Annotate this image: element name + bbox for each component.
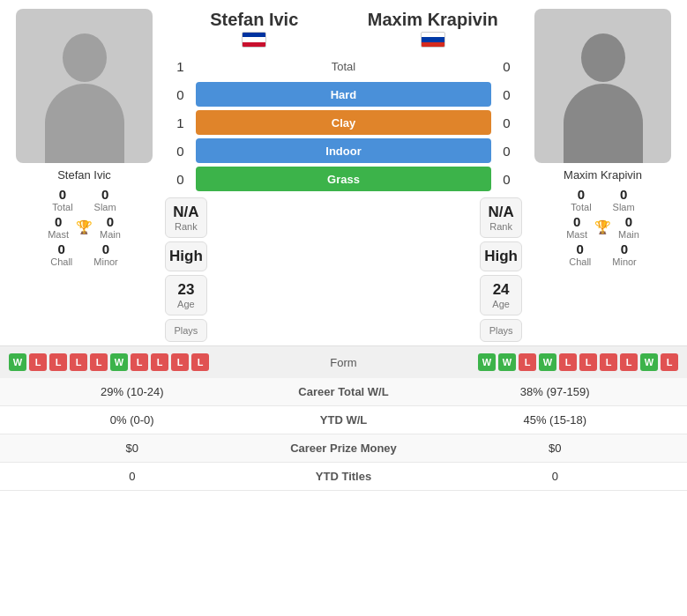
left-plays-label: Plays [169,325,203,336]
right-player-avatar [534,9,671,163]
center-names-row: Stefan Ivic Maxim Krapivin [165,9,522,48]
right-player-column: Maxim Krapivin 0 Total 0 Slam 0 Mast [526,9,680,269]
right-stat-slam: 0 Slam [613,187,635,212]
right-name-block: Maxim Krapivin [344,9,523,48]
left-form-badges: WLLLLWLLLL [9,353,291,371]
career-stat-right-1: 45% (15-18) [432,413,679,427]
indoor-score-right: 0 [491,144,522,159]
left-stat-minor: 0 Minor [93,241,118,267]
right-age-val: 24 [484,281,518,299]
career-stat-left-2: $0 [9,442,256,455]
right-form-badge-5: L [579,353,597,371]
left-name-block: Stefan Ivic [165,9,344,48]
career-stat-label-0: Career Total W/L [256,385,432,398]
left-form-badge-9: L [191,353,209,371]
indoor-score-left: 0 [165,144,196,159]
right-rank-label: Rank [484,221,518,232]
grass-score-right: 0 [491,172,522,187]
right-form-badge-1: W [498,353,516,371]
total-score-center: Total [196,60,491,73]
career-stat-label-1: YTD W/L [256,413,432,427]
career-stat-left-3: 0 [9,470,256,483]
left-form-badge-2: L [49,353,67,371]
career-stat-left-1: 0% (0-0) [9,413,256,427]
clay-score-center: Clay [196,110,491,135]
grass-surface-btn: Grass [196,167,491,191]
hard-score-right: 0 [491,87,522,102]
page-container: Stefan Ivic 0 Total 0 Slam 0 Mast [0,0,687,491]
info-center-spacer [211,197,476,345]
right-form-badge-0: W [478,353,496,371]
right-stat-main: 0 Main [618,214,639,240]
left-stats-row2: 0 Mast 🏆 0 Main [7,214,161,240]
right-form-badge-4: L [559,353,577,371]
right-form-badge-8: W [640,353,658,371]
left-form-badge-1: L [29,353,47,371]
indoor-score-center: Indoor [196,138,491,163]
indoor-score-row: 0 Indoor 0 [165,137,522,164]
right-avatar-body [564,84,643,163]
left-info-box: N/A Rank High 23 Age Plays [165,197,207,345]
left-rank-val: N/A [169,204,203,221]
info-boxes-row: N/A Rank High 23 Age Plays [165,197,522,345]
right-form-badge-6: L [600,353,617,371]
left-stats-row1: 0 Total 0 Slam [7,187,161,212]
left-stat-slam: 0 Slam [94,187,116,212]
career-stat-right-3: 0 [432,470,679,483]
left-form-badge-3: L [70,353,87,371]
left-player-name-label: Stefan Ivic [57,168,111,182]
indoor-surface-btn: Indoor [196,138,491,163]
left-form-badge-7: L [151,353,168,371]
right-age-label: Age [484,299,518,309]
right-stat-mast: 0 Mast [566,214,587,240]
center-column: Stefan Ivic Maxim Krapivin 1 Total [165,9,522,345]
total-score-row: 1 Total 0 [165,53,522,79]
career-stat-label-3: YTD Titles [256,470,432,483]
right-player-name-label: Maxim Krapivin [564,168,642,182]
left-form-badge-8: L [171,353,189,371]
left-age-label: Age [169,299,203,309]
right-age-box: 24 Age [480,275,522,315]
right-player-stats: 0 Total 0 Slam 0 Mast 🏆 0 [526,187,680,269]
hard-score-left: 0 [165,87,196,102]
right-level-val: High [484,248,518,265]
right-player-name-header: Maxim Krapivin [344,9,523,30]
left-plays-box: Plays [165,319,207,342]
right-stats-row2: 0 Mast 🏆 0 Main [526,214,680,240]
hard-score-row: 0 Hard 0 [165,81,522,108]
right-form-badges: WWLWLLLLWL [397,353,679,371]
career-stat-row-2: $0 Career Prize Money $0 [0,434,687,463]
clay-score-row: 1 Clay 0 [165,109,522,136]
left-player-name-header: Stefan Ivic [165,9,344,30]
left-player-avatar [16,9,153,163]
career-stat-right-2: $0 [432,442,679,455]
right-stat-minor: 0 Minor [612,241,637,267]
left-level-val: High [169,248,203,265]
left-rank-box: N/A Rank [165,197,207,238]
right-stats-row3: 0 Chall 0 Minor [526,241,680,267]
left-form-badge-6: L [131,353,148,371]
left-avatar-body [45,84,124,163]
form-section: WLLLLWLLLL Form WWLWLLLLWL [0,345,687,378]
right-info-box: N/A Rank High 24 Age Plays [480,197,522,345]
right-form-badge-9: L [661,353,678,371]
left-stat-main: 0 Main [100,214,121,240]
left-stat-total: 0 Total [52,187,72,212]
left-player-stats: 0 Total 0 Slam 0 Mast 🏆 0 [7,187,161,269]
career-stat-row-3: 0 YTD Titles 0 [0,463,687,491]
career-stat-right-0: 38% (97-159) [432,385,679,398]
left-stats-row3: 0 Chall 0 Minor [7,241,161,267]
left-form-badge-5: W [110,353,128,371]
career-stat-row-1: 0% (0-0) YTD W/L 45% (15-18) [0,406,687,434]
right-plays-label: Plays [484,325,518,336]
right-stat-chall: 0 Chall [569,241,591,267]
right-plays-box: Plays [480,319,522,342]
right-flag-icon [421,32,445,48]
hard-surface-btn: Hard [196,82,491,107]
left-age-val: 23 [169,281,203,299]
total-score-right: 0 [491,59,522,74]
career-stat-row-0: 29% (10-24) Career Total W/L 38% (97-159… [0,378,687,406]
career-stats-table: 29% (10-24) Career Total W/L 38% (97-159… [0,378,687,491]
left-rank-label: Rank [169,221,203,232]
left-form-badge-4: L [90,353,108,371]
